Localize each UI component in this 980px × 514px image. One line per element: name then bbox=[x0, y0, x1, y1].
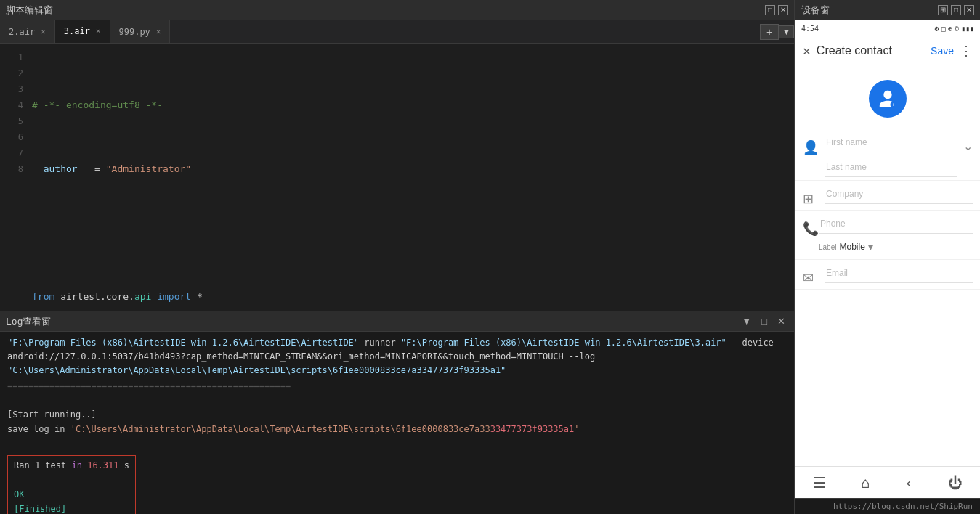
log-close-btn[interactable]: ✕ bbox=[774, 314, 788, 328]
code-line-4: from airtest.core. api import * bbox=[32, 289, 788, 305]
tab-3air[interactable]: 3.air ✕ bbox=[55, 20, 110, 43]
device-close-btn[interactable]: ✕ bbox=[964, 5, 974, 15]
editor-panel: 脚本编辑窗 □ ✕ 2.air ✕ 3.air ✕ 999.py ✕ + ▼ 1… bbox=[0, 0, 795, 514]
tab-3air-close[interactable]: ✕ bbox=[96, 26, 101, 36]
log-finished-line: [Finished] bbox=[14, 502, 129, 514]
device-restore-btn[interactable]: □ bbox=[951, 5, 961, 15]
log-panel: Log查看窗 ▼ □ ✕ "F:\Program Files (x86)\Air… bbox=[0, 311, 794, 514]
log-start: [Start running..] bbox=[7, 408, 787, 422]
log-result-box: Ran 1 test in 16.311 s OK [Finished] bbox=[7, 455, 136, 515]
phone-label-value: Mobile bbox=[839, 242, 864, 252]
line-numbers: 1 2 3 4 5 6 7 8 bbox=[0, 44, 26, 311]
log-controls: ▼ □ ✕ bbox=[739, 314, 788, 328]
log-ran-line: Ran 1 test in 16.311 s bbox=[14, 459, 129, 473]
log-savelog: save log in 'C:\Users\Administrator\AppD… bbox=[7, 423, 787, 436]
phone-appbar-title: Create contact bbox=[817, 44, 925, 57]
editor-titlebar-left: 脚本编辑窗 bbox=[6, 4, 53, 17]
log-empty-2 bbox=[14, 473, 129, 487]
person-icon: 👤 bbox=[803, 139, 819, 155]
email-icon: ✉ bbox=[803, 270, 819, 286]
editor-titlebar: 脚本编辑窗 □ ✕ bbox=[0, 0, 794, 20]
phone-phone-row: 📞 Label Mobile ▾ bbox=[795, 211, 980, 260]
svg-text:+: + bbox=[892, 102, 895, 107]
phone-screen: 4:54 ⚙ □ ⊕ © ▮▮▮ ✕ Create contact Save ⋮ bbox=[795, 20, 980, 514]
code-line-2: __author__ = "Administrator" bbox=[32, 161, 788, 177]
log-titlebar: Log查看窗 ▼ □ ✕ bbox=[0, 311, 794, 332]
phone-statusbar: 4:54 ⚙ □ ⊕ © ▮▮▮ bbox=[795, 20, 980, 36]
phone-more-icon[interactable]: ⋮ bbox=[960, 43, 973, 58]
phone-input[interactable] bbox=[819, 213, 973, 234]
device-panel: 设备窗 ⊞ □ ✕ 4:54 ⚙ □ ⊕ © ▮▮▮ ✕ Create cont… bbox=[795, 0, 980, 514]
log-title: Log查看窗 bbox=[6, 315, 51, 328]
nav-home-icon[interactable]: ⌂ bbox=[861, 474, 870, 491]
phone-icon: 📞 bbox=[803, 221, 819, 237]
code-line-1: # -*- encoding=utf8 -*- bbox=[32, 97, 788, 113]
phone-label-dropdown[interactable]: ▾ bbox=[868, 241, 873, 253]
log-separator-1: ========================================… bbox=[7, 379, 787, 393]
code-content: 1 2 3 4 5 6 7 8 # -*- encoding=utf8 -*- … bbox=[0, 44, 794, 311]
editor-close-btn[interactable]: ✕ bbox=[778, 5, 788, 15]
tab-2air-close[interactable]: ✕ bbox=[41, 27, 46, 36]
device-titlebar: 设备窗 ⊞ □ ✕ bbox=[795, 0, 980, 20]
expand-name-icon[interactable]: ⌄ bbox=[963, 139, 973, 153]
phone-email-row: ✉ bbox=[795, 260, 980, 290]
code-lines[interactable]: # -*- encoding=utf8 -*- __author__ = "Ad… bbox=[26, 44, 794, 311]
phone-name-row: 👤 ⌄ bbox=[795, 129, 980, 181]
editor-window-controls: □ ✕ bbox=[765, 5, 788, 15]
first-name-input[interactable] bbox=[825, 132, 957, 152]
phone-avatar-btn[interactable]: + bbox=[869, 80, 907, 118]
email-input[interactable] bbox=[825, 263, 973, 283]
add-script-btn[interactable]: + bbox=[760, 24, 779, 40]
code-line-3 bbox=[32, 225, 788, 241]
tabs-bar: 2.air ✕ 3.air ✕ 999.py ✕ + ▼ bbox=[0, 20, 794, 44]
tab-999py[interactable]: 999.py ✕ bbox=[110, 20, 171, 43]
add-photo-icon: + bbox=[878, 89, 898, 109]
log-ok-line: OK bbox=[14, 488, 129, 502]
phone-label-row: Label Mobile ▾ bbox=[819, 238, 973, 256]
nav-menu-icon[interactable]: ☰ bbox=[813, 474, 826, 491]
log-line-cmd: "F:\Program Files (x86)\AirtestIDE-win-1… bbox=[7, 336, 787, 378]
device-title: 设备窗 bbox=[801, 4, 830, 17]
phone-company-row: ⊞ bbox=[795, 181, 980, 211]
editor-title: 脚本编辑窗 bbox=[6, 4, 53, 17]
tab-2air[interactable]: 2.air ✕ bbox=[0, 20, 55, 43]
phone-form-body: + 👤 ⌄ ⊞ bbox=[795, 65, 980, 466]
device-screen-btn[interactable]: ⊞ bbox=[938, 5, 948, 15]
tab-999py-close[interactable]: ✕ bbox=[156, 27, 161, 36]
phone-navbar: ☰ ⌂ ‹ ⏻ bbox=[795, 466, 980, 498]
nav-power-icon[interactable]: ⏻ bbox=[948, 474, 963, 491]
script-dropdown-btn[interactable]: ▼ bbox=[779, 25, 794, 38]
last-name-input[interactable] bbox=[825, 157, 957, 177]
log-empty-1 bbox=[7, 393, 787, 407]
code-editor-area[interactable]: 1 2 3 4 5 6 7 8 # -*- encoding=utf8 -*- … bbox=[0, 44, 794, 311]
phone-close-icon[interactable]: ✕ bbox=[803, 43, 811, 58]
log-separator-2: ----------------------------------------… bbox=[7, 437, 787, 451]
device-url-bar: https://blog.csdn.net/ShipRun bbox=[795, 498, 980, 514]
phone-avatar-area: + bbox=[795, 73, 980, 129]
company-icon: ⊞ bbox=[803, 191, 819, 207]
device-window-controls: ⊞ □ ✕ bbox=[938, 5, 974, 15]
company-input[interactable] bbox=[825, 184, 973, 204]
nav-back-icon[interactable]: ‹ bbox=[904, 474, 913, 491]
log-filter-btn[interactable]: ▼ bbox=[739, 314, 754, 328]
phone-appbar: ✕ Create contact Save ⋮ bbox=[795, 36, 980, 65]
log-restore-btn[interactable]: □ bbox=[758, 314, 770, 328]
log-content[interactable]: "F:\Program Files (x86)\AirtestIDE-win-1… bbox=[0, 332, 794, 514]
editor-restore-btn[interactable]: □ bbox=[765, 5, 775, 15]
phone-time: 4:54 bbox=[801, 25, 819, 33]
phone-save-btn[interactable]: Save bbox=[931, 45, 954, 57]
